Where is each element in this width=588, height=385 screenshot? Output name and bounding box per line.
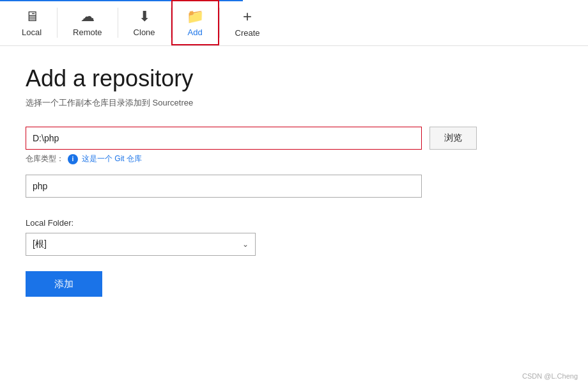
repo-type-label: 仓库类型： [26,153,64,164]
path-input-row: 浏览 [26,127,562,150]
toolbar-item-remote[interactable]: ☁ Remote [58,0,118,45]
add-button[interactable]: 添加 [26,271,102,297]
name-form-group [26,175,562,208]
main-content: Add a repository 选择一个工作副本仓库目录添加到 Sourcet… [0,46,588,316]
local-folder-select[interactable]: [根] ⌄ [26,233,256,256]
repo-type-row: 仓库类型： i 这是一个 Git 仓库 [26,153,562,164]
remote-icon: ☁ [81,8,95,25]
browse-button[interactable]: 浏览 [429,127,477,150]
local-folder-value: [根] [33,239,47,250]
watermark: CSDN @L.Cheng [522,372,578,380]
page-subtitle: 选择一个工作副本仓库目录添加到 Sourcetree [26,97,562,109]
info-icon[interactable]: i [68,154,78,164]
create-icon: + [243,8,252,26]
repo-type-text: 这是一个 Git 仓库 [82,153,142,164]
toolbar-add-label: Add [188,28,203,37]
toolbar-item-create[interactable]: + Create [220,0,275,45]
toolbar-create-label: Create [235,28,260,38]
path-input[interactable] [26,127,422,150]
toolbar: 🖥 Local ☁ Remote ⬇ Clone 📁 Add + Create [0,0,588,46]
toolbar-clone-label: Clone [134,28,155,37]
toolbar-item-local[interactable]: 🖥 Local [6,0,57,45]
toolbar-local-label: Local [22,28,42,37]
clone-icon: ⬇ [139,8,150,25]
add-folder-icon: 📁 [187,8,204,25]
name-input[interactable] [26,175,422,198]
page-title: Add a repository [26,65,562,92]
local-folder-group: Local Folder: [根] ⌄ [26,218,562,256]
chevron-down-icon: ⌄ [242,240,249,249]
toolbar-item-add[interactable]: 📁 Add [171,0,219,45]
toolbar-remote-label: Remote [73,28,102,37]
toolbar-item-clone[interactable]: ⬇ Clone [118,0,171,45]
local-folder-label: Local Folder: [26,218,562,228]
local-icon: 🖥 [25,8,39,25]
